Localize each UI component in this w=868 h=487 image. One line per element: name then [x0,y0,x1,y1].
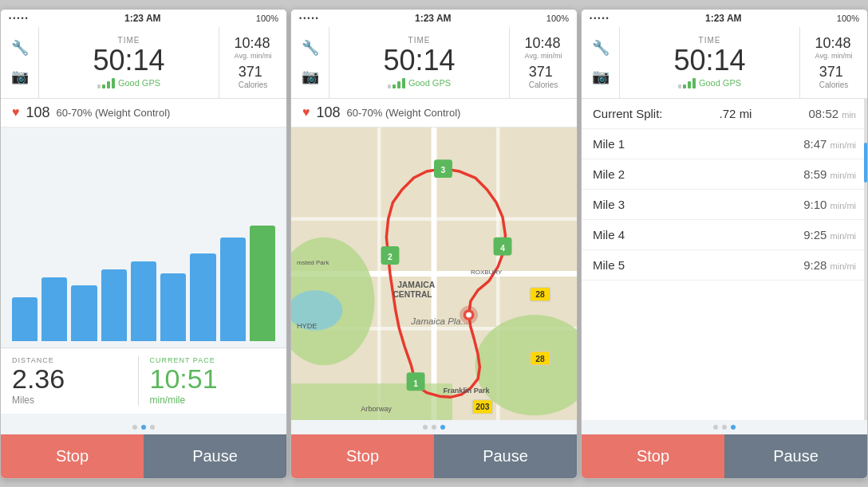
mile-marker-4: 4 [494,237,512,255]
chart-bar [250,226,275,341]
current-split-unit: min [842,110,856,120]
split-unit-4: min/mi [831,261,856,271]
chart-content-1: DISTANCE 2.36 Miles CURRENT PACE 10:51 m… [1,128,286,420]
distance-stat-1: DISTANCE 2.36 Miles [12,356,138,405]
wrench-icon-2[interactable]: 🔧 [302,39,319,57]
gps-row-1: Good GPS [97,78,160,88]
wrench-icon-3[interactable]: 🔧 [592,39,610,57]
current-split-distance: .72 mi [720,107,752,120]
gps-bar-4 [112,78,115,88]
dots-2 [291,420,577,434]
gps-row-2: Good GPS [388,78,451,88]
chart-bar [101,269,127,341]
gps-bars-2 [388,78,405,88]
chart-bar [131,261,156,341]
svg-rect-9 [291,383,452,420]
scrollbar-thumb[interactable] [864,143,867,183]
header-center-2: TIME 50:14 Good GPS [329,27,509,98]
split-row-1: Mile 2 8:59 min/mi [582,159,867,190]
camera-icon-1[interactable]: 📷 [11,68,29,85]
dot-3-0 [713,425,718,430]
svg-text:Arborway: Arborway [361,404,392,412]
svg-text:28: 28 [535,290,545,299]
heartrate-row-1: ♥ 108 60-70% (Weight Control) [1,99,286,128]
split-label-4: Mile 5 [593,258,625,272]
distance-value-1: 2.36 [12,364,138,394]
map-panel-2[interactable]: 1 2 3 4 [291,128,577,420]
pace-value-1: 10:51 [150,364,276,394]
chart-bar [160,273,186,341]
split-unit-3: min/mi [831,231,856,241]
current-split-time: 08:52 min [809,107,856,120]
chart-panel-1: DISTANCE 2.36 Miles CURRENT PACE 10:51 m… [1,128,286,420]
gps-bar2-1 [388,84,391,88]
dots-3 [582,420,867,434]
header-right-2: 10:48 Avg. min/mi 371 Calories [509,27,577,98]
avg-section-1: 10:48 Avg. min/mi [235,35,272,61]
split-label-0: Mile 1 [593,137,625,151]
avg-value-1: 10:48 [235,35,272,52]
battery-3: 100% [837,14,859,23]
gps-bar2-4 [402,78,405,88]
cal-value-1: 371 [239,64,268,81]
stop-button-2[interactable]: Stop [291,434,434,478]
time-value-3: 50:14 [673,45,745,77]
wrench-icon-1[interactable]: 🔧 [11,39,29,57]
split-row-0: Mile 1 8:47 min/mi [582,129,867,159]
dot-1-2 [150,425,155,430]
header-3: 🔧 📷 TIME 50:14 Good GPS 1 [582,27,867,99]
dots-1 [1,420,286,434]
splits-list: Mile 1 8:47 min/mi Mile 2 8:59 min/mi Mi… [582,129,867,281]
battery-2: 100% [546,14,569,23]
header-icons-3: 🔧 📷 [582,27,620,98]
chart-bar [71,285,97,341]
status-bar-2: ••••• 1:23 AM 100% [291,10,577,27]
split-time-0: 8:47 min/mi [803,137,856,151]
cal-section-2: 371 Calories [529,64,558,89]
gps-bar-1 [97,84,101,88]
map-svg: 1 2 3 4 [291,128,577,420]
bottom-buttons-1: Stop Pause [1,434,286,478]
camera-icon-2[interactable]: 📷 [302,68,319,85]
chart-bar [12,297,37,341]
svg-text:Jamaica Pla...: Jamaica Pla... [410,316,468,325]
svg-text:1: 1 [413,379,418,387]
signal-dots-2: ••••• [299,14,320,22]
split-time-1: 8:59 min/mi [803,167,856,181]
phone-2: ••••• 1:23 AM 100% 🔧 📷 TIME 50:14 [290,9,578,479]
svg-text:ROXBURY: ROXBURY [471,268,503,275]
current-split-label: Current Split: [593,107,663,120]
svg-text:203: 203 [475,403,489,411]
battery-1: 100% [256,14,278,23]
gps-bar2-2 [393,84,396,88]
phones-container: ••••• 1:23 AM 100% 🔧 📷 TIME 50:14 [0,9,868,479]
svg-text:JAMAICA: JAMAICA [397,280,436,289]
header-right-3: 10:48 Avg. min/mi 371 Calories [799,27,867,98]
gps-bar-2 [102,84,105,88]
pause-button-3[interactable]: Pause [724,434,867,478]
avg-value-3: 10:48 [815,35,853,52]
split-unit-1: min/mi [831,171,856,180]
chart-bar [41,277,67,341]
phone-3: ••••• 1:23 AM 100% 🔧 📷 TIME 50:14 [581,9,868,479]
stop-button-1[interactable]: Stop [1,434,144,478]
gps-bars-1 [97,78,115,88]
svg-text:28: 28 [535,354,545,363]
heartrate-row-2: ♥ 108 60-70% (Weight Control) [291,99,577,128]
pause-button-1[interactable]: Pause [144,434,286,478]
dot-2-2 [440,425,445,430]
svg-text:HYDE: HYDE [297,322,317,330]
cal-section-3: 371 Calories [819,64,849,89]
heart-icon-1: ♥ [12,105,20,120]
split-time-2: 9:10 min/mi [803,198,856,211]
gps-bar2-3 [397,81,400,88]
camera-icon-3[interactable]: 📷 [592,68,610,85]
split-unit-0: min/mi [831,140,856,150]
svg-text:2: 2 [388,253,393,261]
time-value-2: 50:14 [383,45,455,77]
header-center-3: TIME 50:14 Good GPS [620,27,799,98]
stats-row-1: DISTANCE 2.36 Miles CURRENT PACE 10:51 m… [1,348,286,413]
stop-button-3[interactable]: Stop [582,434,724,478]
gps-bar3-1 [678,84,681,88]
pause-button-2[interactable]: Pause [434,434,577,478]
